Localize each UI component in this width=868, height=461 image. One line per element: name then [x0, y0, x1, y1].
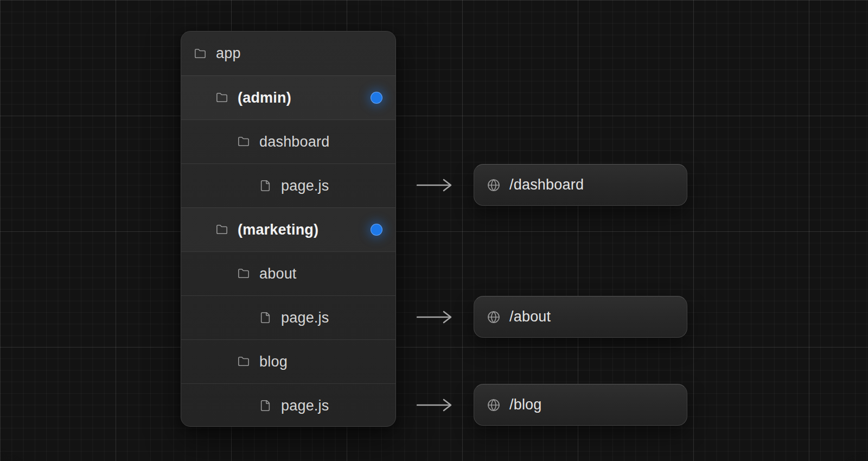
- route-url-label: /about: [509, 308, 551, 325]
- tree-row-marketing-group: (marketing): [181, 207, 395, 251]
- file-tree-panel: app (admin) dashboard page.js (ma: [181, 31, 396, 427]
- tree-row-blog: blog: [181, 339, 395, 383]
- route-badge: /dashboard: [474, 164, 687, 206]
- file-icon: [259, 312, 271, 324]
- active-route-group-dot: [371, 224, 382, 236]
- tree-row-label: blog: [259, 353, 288, 370]
- folder-icon: [238, 356, 250, 368]
- globe-icon: [487, 399, 500, 412]
- route-url-label: /dashboard: [509, 176, 584, 193]
- route-connector-blog: /blog: [417, 384, 687, 426]
- tree-row-label: (marketing): [238, 222, 318, 238]
- arrow-right-icon: [417, 310, 452, 324]
- route-connector-about: /about: [417, 296, 687, 338]
- file-icon: [259, 400, 271, 412]
- tree-row-label: about: [259, 266, 297, 282]
- tree-row-label: (admin): [238, 90, 291, 106]
- tree-row-label: app: [216, 45, 241, 62]
- route-badge: /blog: [474, 384, 687, 426]
- folder-icon: [216, 224, 228, 236]
- route-url-label: /blog: [509, 396, 542, 413]
- globe-icon: [487, 311, 500, 324]
- route-badge: /about: [474, 296, 687, 338]
- arrow-right-icon: [417, 178, 452, 192]
- folder-icon: [216, 92, 228, 104]
- tree-row-page-js: page.js: [181, 163, 395, 207]
- tree-row-dashboard: dashboard: [181, 119, 395, 163]
- diagram-canvas: app (admin) dashboard page.js (ma: [0, 0, 868, 461]
- file-icon: [259, 180, 271, 192]
- tree-row-label: page.js: [281, 310, 329, 326]
- folder-icon: [238, 268, 250, 280]
- tree-row-app: app: [181, 31, 395, 75]
- folder-icon: [238, 136, 250, 148]
- arrow-right-icon: [417, 398, 452, 412]
- folder-icon: [194, 48, 206, 60]
- tree-row-admin-group: (admin): [181, 75, 395, 119]
- active-route-group-dot: [371, 92, 382, 104]
- route-connector-dashboard: /dashboard: [417, 164, 687, 206]
- tree-row-page-js: page.js: [181, 383, 395, 427]
- globe-icon: [487, 179, 500, 192]
- tree-row-label: page.js: [281, 178, 329, 194]
- tree-row-label: dashboard: [259, 134, 329, 150]
- tree-row-label: page.js: [281, 397, 329, 414]
- tree-row-about: about: [181, 251, 395, 295]
- tree-row-page-js: page.js: [181, 295, 395, 339]
